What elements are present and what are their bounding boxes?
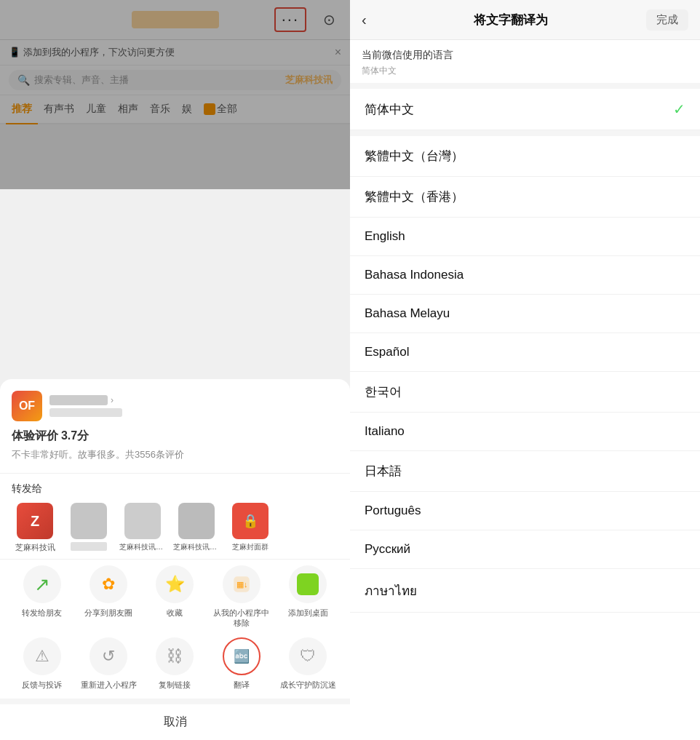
lang-section-divider-top xyxy=(350,83,700,89)
forward-name-5: 芝麻封面群 xyxy=(232,542,269,552)
forward-list: Z 芝麻科技讯 芝麻科技讯玩转微...2... xyxy=(12,503,338,553)
user-name-blur xyxy=(49,395,108,405)
current-lang-section-header: 当前微信使用的语言 xyxy=(350,40,700,65)
forward-name-3: 芝麻科技讯玩转微...2... xyxy=(119,542,166,552)
action-parental-icon: 🛡 xyxy=(289,637,327,675)
action-translate[interactable]: 🔤 翻译 xyxy=(211,637,271,690)
forward-item-2[interactable] xyxy=(65,503,112,553)
lang-check-icon: ✓ xyxy=(673,100,685,118)
action-remove-mini-label: 从我的小程序中移除 xyxy=(211,608,271,629)
forward-item-4[interactable]: 芝麻科技讯玩转微群 xyxy=(173,503,220,553)
forward-avatar-1: Z xyxy=(17,503,53,539)
action-add-desktop-icon xyxy=(289,565,327,603)
action-copy-link[interactable]: ⛓ 复制链接 xyxy=(145,637,205,690)
lang-item-traditional-hk[interactable]: 繁體中文（香港） xyxy=(350,177,700,218)
rating-text: 体验评价 3.7分 xyxy=(12,426,338,447)
lang-simplified-text: 简体中文 xyxy=(365,101,673,118)
lang-item-korean[interactable]: 한국어 xyxy=(350,372,700,413)
forward-item-5[interactable]: 🔒 芝麻封面群 xyxy=(227,503,274,553)
action-remove-mini[interactable]: ▦↓ 从我的小程序中移除 xyxy=(211,565,271,629)
action-add-desktop[interactable]: 添加到桌面 xyxy=(278,565,338,629)
user-name-area: › xyxy=(49,395,338,417)
svg-text:▦↓: ▦↓ xyxy=(236,580,248,589)
action-moments[interactable]: ✿ 分享到朋友圈 xyxy=(78,565,138,629)
action-grid-row2: ⚠ 反馈与投诉 ↺ 重新进入小程序 ⛓ 复制链接 🔤 翻译 xyxy=(0,637,350,699)
done-button[interactable]: 完成 xyxy=(646,9,688,31)
avatar: OF xyxy=(12,391,42,421)
action-forward[interactable]: ↗ 转发给朋友 xyxy=(12,565,72,629)
rating-value: 3.7分 xyxy=(61,429,89,442)
right-panel: ‹ 将文字翻译为 完成 当前微信使用的语言 简体中文 简体中文 ✓ 繁體中文（台… xyxy=(350,0,700,740)
action-collect-label: 收藏 xyxy=(167,608,183,618)
lang-russian-text: Русский xyxy=(365,542,685,557)
bottom-sheet: OF › 体验评价 3.7分 不卡非常好听。故事很多。共3556条评价 转发给 xyxy=(0,379,350,740)
right-title: 将文字翻译为 xyxy=(375,12,646,28)
action-translate-label: 翻译 xyxy=(234,680,250,690)
forward-item-1[interactable]: Z 芝麻科技讯 xyxy=(12,503,58,553)
action-copy-link-label: 复制链接 xyxy=(159,680,191,690)
lang-item-russian[interactable]: Русский xyxy=(350,530,700,569)
current-lang-value: 简体中文 xyxy=(350,65,700,83)
forward-avatar-3 xyxy=(124,503,161,539)
lang-traditional-hk-text: 繁體中文（香港） xyxy=(365,188,685,205)
action-add-desktop-label: 添加到桌面 xyxy=(288,608,328,618)
right-header: ‹ 将文字翻译为 完成 xyxy=(350,0,700,40)
action-parental-label: 成长守护防沉迷 xyxy=(280,680,336,690)
review-text: 不卡非常好听。故事很多。共3556条评价 xyxy=(12,447,338,467)
lang-japanese-text: 日本語 xyxy=(365,463,685,480)
forward-label: 转发给 xyxy=(12,482,338,496)
action-forward-label: 转发给朋友 xyxy=(22,608,62,618)
lang-item-thai[interactable]: ภาษาไทย xyxy=(350,569,700,613)
user-info: OF › xyxy=(12,391,338,421)
lang-thai-text: ภาษาไทย xyxy=(365,581,685,600)
forward-name-1: 芝麻科技讯 xyxy=(15,542,55,553)
forward-item-3[interactable]: 芝麻科技讯玩转微...2... xyxy=(119,503,166,553)
language-list: 当前微信使用的语言 简体中文 简体中文 ✓ 繁體中文（台灣） 繁體中文（香港） … xyxy=(350,40,700,740)
lang-item-simplified[interactable]: 简体中文 ✓ xyxy=(350,89,700,130)
lang-item-traditional-tw[interactable]: 繁體中文（台灣） xyxy=(350,136,700,177)
lang-bahasa-melayu-text: Bahasa Melayu xyxy=(365,306,685,321)
action-copy-link-icon: ⛓ xyxy=(156,637,194,675)
cancel-button[interactable]: 取消 xyxy=(0,699,350,740)
action-remove-mini-icon: ▦↓ xyxy=(223,565,260,603)
lang-item-portuguese[interactable]: Português xyxy=(350,492,700,530)
user-name-arrow: › xyxy=(111,395,114,405)
action-forward-icon: ↗ xyxy=(23,565,61,603)
action-moments-label: 分享到朋友圈 xyxy=(84,608,132,618)
user-name-row: › xyxy=(49,395,338,405)
forward-name-2 xyxy=(71,542,107,551)
forward-avatar-5: 🔒 xyxy=(232,503,269,539)
action-reenter[interactable]: ↺ 重新进入小程序 xyxy=(78,637,138,690)
forward-name-4: 芝麻科技讯玩转微群 xyxy=(173,542,220,552)
action-moments-icon: ✿ xyxy=(90,565,127,603)
user-company-blur xyxy=(49,408,122,417)
forward-avatar-4 xyxy=(178,503,215,539)
action-parental[interactable]: 🛡 成长守护防沉迷 xyxy=(278,637,338,690)
lang-espanol-text: Español xyxy=(365,345,685,359)
lang-item-bahasa-melayu[interactable]: Bahasa Melayu xyxy=(350,295,700,333)
lang-item-japanese[interactable]: 日本語 xyxy=(350,451,700,492)
action-collect[interactable]: ⭐ 收藏 xyxy=(145,565,205,629)
forward-section: 转发给 Z 芝麻科技讯 xyxy=(0,474,350,559)
action-reenter-label: 重新进入小程序 xyxy=(81,680,137,690)
lang-bahasa-indonesia-text: Bahasa Indonesia xyxy=(365,268,685,282)
lang-italiano-text: Italiano xyxy=(365,424,685,439)
lang-item-bahasa-indonesia[interactable]: Bahasa Indonesia xyxy=(350,256,700,295)
rating-label: 体验评价 xyxy=(12,429,58,442)
action-collect-icon: ⭐ xyxy=(156,565,194,603)
action-feedback-label: 反馈与投诉 xyxy=(22,680,62,690)
action-feedback-icon: ⚠ xyxy=(23,637,61,675)
lang-traditional-tw-text: 繁體中文（台灣） xyxy=(365,148,685,164)
lang-item-english[interactable]: English xyxy=(350,218,700,256)
action-reenter-icon: ↺ xyxy=(90,637,127,675)
overlay xyxy=(0,0,350,189)
left-panel: ··· ⊙ 📱 添加到我的小程序，下次访问更方便 × 🔍 搜索专辑、声音、主播 … xyxy=(0,0,350,740)
action-grid-row1: ↗ 转发给朋友 ✿ 分享到朋友圈 ⭐ 收藏 xyxy=(0,560,350,637)
back-button[interactable]: ‹ xyxy=(362,12,367,28)
action-feedback[interactable]: ⚠ 反馈与投诉 xyxy=(12,637,72,690)
lang-item-espanol[interactable]: Español xyxy=(350,333,700,372)
sheet-header: OF › 体验评价 3.7分 不卡非常好听。故事很多。共3556条评价 xyxy=(0,379,350,473)
lang-english-text: English xyxy=(365,229,685,244)
lang-item-italiano[interactable]: Italiano xyxy=(350,413,700,451)
lang-korean-text: 한국어 xyxy=(365,383,685,400)
